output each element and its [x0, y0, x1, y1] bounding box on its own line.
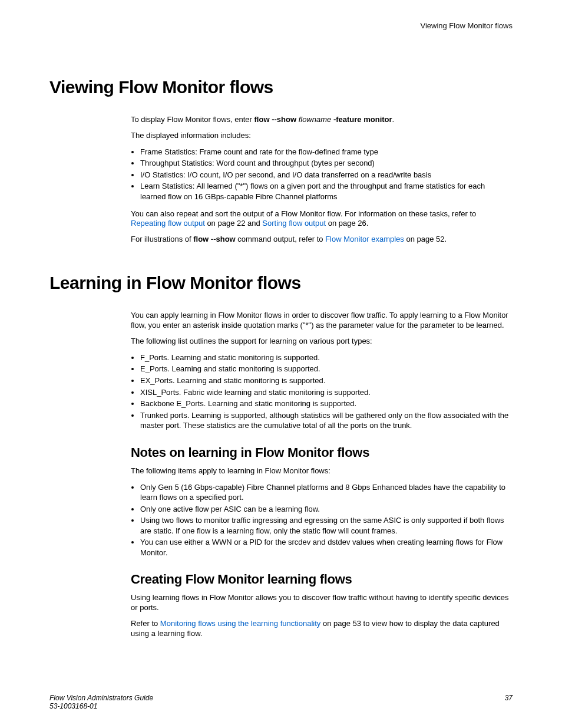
paragraph: You can apply learning in Flow Monitor f… [131, 311, 513, 331]
subheading-creating-learning-flows: Creating Flow Monitor learning flows [131, 572, 513, 587]
list-item: Backbone E_Ports. Learning and static mo… [140, 398, 513, 409]
paragraph: The following items apply to learning in… [131, 466, 513, 476]
link-sorting-flow-output[interactable]: Sorting flow output [262, 219, 326, 228]
link-repeating-flow-output[interactable]: Repeating flow output [131, 219, 205, 228]
list-item: EX_Ports. Learning and static monitoring… [140, 375, 513, 386]
page-number: 37 [505, 694, 513, 710]
footer-title: Flow Vision Administrators Guide [49, 694, 153, 702]
paragraph: Using learning flows in Flow Monitor all… [131, 593, 513, 613]
heading-viewing-flows: Viewing Flow Monitor flows [49, 77, 513, 97]
list-item: F_Ports. Learning and static monitoring … [140, 353, 513, 363]
list-item: Only one active flow per ASIC can be a l… [140, 504, 513, 515]
paragraph: The following list outlines the support … [131, 337, 513, 347]
bullet-list: F_Ports. Learning and static monitoring … [131, 353, 513, 431]
paragraph: Refer to Monitoring flows using the lear… [131, 619, 513, 639]
paragraph: You can also repeat and sort the output … [131, 209, 513, 229]
list-item: Learn Statistics: All learned ("*") flow… [140, 181, 513, 202]
list-item: Using two flows to monitor traffic ingre… [140, 515, 513, 536]
list-item: Frame Statistics: Frame count and rate f… [140, 147, 513, 157]
bullet-list: Frame Statistics: Frame count and rate f… [131, 147, 513, 202]
paragraph: To display Flow Monitor flows, enter flo… [131, 115, 513, 125]
list-item: I/O Statistics: I/O count, I/O per secon… [140, 170, 513, 180]
link-flow-monitor-examples[interactable]: Flow Monitor examples [325, 235, 404, 243]
heading-learning-flows: Learning in Flow Monitor flows [49, 273, 513, 293]
bullet-list: Only Gen 5 (16 Gbps-capable) Fibre Chann… [131, 482, 513, 558]
paragraph: For illustrations of flow --show command… [131, 235, 513, 245]
list-item: You can use either a WWN or a PID for th… [140, 537, 513, 558]
list-item: Trunked ports. Learning is supported, al… [140, 410, 513, 431]
list-item: XISL_Ports. Fabric wide learning and sta… [140, 387, 513, 398]
page-footer: Flow Vision Administrators Guide 53-1003… [49, 694, 513, 710]
list-item: Only Gen 5 (16 Gbps-capable) Fibre Chann… [140, 482, 513, 503]
list-item: E_Ports. Learning and static monitoring … [140, 364, 513, 374]
list-item: Throughput Statistics: Word count and th… [140, 158, 513, 169]
subheading-notes-learning: Notes on learning in Flow Monitor flows [131, 445, 513, 460]
footer-docnum: 53-1003168-01 [49, 702, 97, 710]
link-monitoring-learning[interactable]: Monitoring flows using the learning func… [160, 619, 320, 628]
running-header: Viewing Flow Monitor flows [49, 21, 513, 30]
paragraph: The displayed information includes: [131, 131, 513, 141]
